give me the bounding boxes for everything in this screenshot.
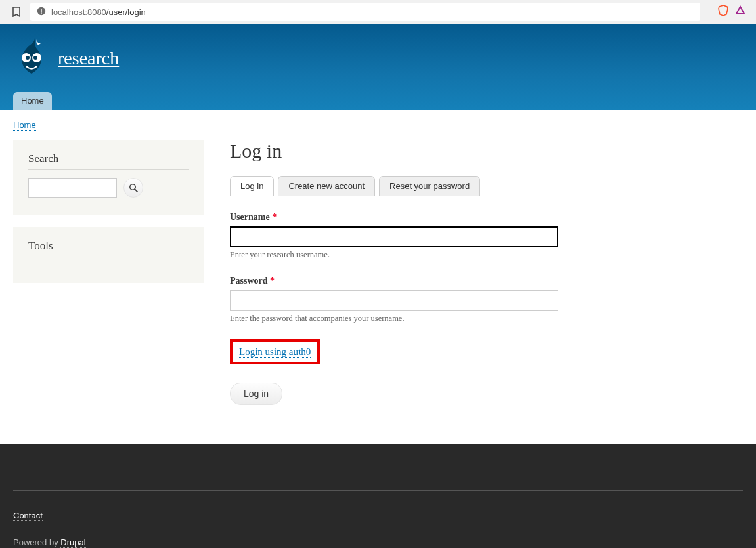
tab-login[interactable]: Log in	[230, 176, 274, 196]
address-bar[interactable]: localhost:8080/user/login	[30, 3, 700, 21]
password-label: Password *	[230, 276, 275, 285]
login-auth0-link[interactable]: Login using auth0	[239, 347, 311, 358]
site-name[interactable]: research	[58, 48, 119, 69]
nav-home[interactable]: Home	[13, 92, 52, 110]
auth0-highlight-box: Login using auth0	[230, 339, 320, 364]
main-content: Log in Log in Create new account Reset y…	[230, 140, 743, 405]
url-path: /user/login	[106, 7, 146, 17]
brave-rewards-icon[interactable]	[735, 5, 745, 18]
search-button[interactable]	[123, 178, 143, 198]
tools-title: Tools	[28, 240, 189, 257]
powered-by: Powered by Drupal	[13, 537, 743, 547]
login-submit-button[interactable]: Log in	[230, 383, 282, 405]
url-host: localhost:8080	[51, 7, 106, 17]
password-description: Enter the password that accompanies your…	[230, 314, 743, 324]
drupal-logo-icon	[13, 37, 50, 80]
search-input[interactable]	[28, 178, 117, 198]
svg-rect-1	[41, 9, 42, 12]
password-field-wrapper: Password * Enter the password that accom…	[230, 274, 743, 324]
drupal-link[interactable]: Drupal	[60, 537, 85, 548]
divider	[711, 6, 711, 18]
site-footer: Contact Powered by Drupal	[0, 444, 756, 548]
tab-create-account[interactable]: Create new account	[278, 176, 375, 196]
login-tabs: Log in Create new account Reset your pas…	[230, 175, 743, 196]
username-input[interactable]	[230, 226, 558, 247]
search-title: Search	[28, 152, 189, 170]
tools-block: Tools	[13, 227, 204, 283]
search-block: Search	[13, 140, 204, 215]
bookmark-icon[interactable]	[7, 7, 26, 17]
breadcrumb-home[interactable]: Home	[13, 120, 36, 131]
sidebar: Search Tools	[13, 140, 204, 405]
browser-extensions	[704, 5, 749, 19]
svg-point-5	[26, 56, 30, 60]
primary-nav: Home	[13, 92, 743, 110]
browser-chrome: localhost:8080/user/login	[0, 0, 756, 24]
username-label: Username *	[230, 212, 277, 222]
tab-reset-password[interactable]: Reset your password	[379, 176, 480, 196]
svg-point-6	[33, 56, 37, 60]
footer-divider	[13, 490, 743, 491]
site-header: research Home	[0, 24, 756, 110]
site-branding: research	[13, 37, 743, 80]
svg-line-8	[135, 189, 137, 192]
search-icon	[129, 183, 139, 193]
password-input[interactable]	[230, 290, 558, 311]
footer-contact-link[interactable]: Contact	[13, 511, 43, 521]
breadcrumb: Home	[0, 110, 756, 140]
required-mark: *	[272, 212, 277, 222]
svg-rect-2	[41, 12, 42, 14]
page-title: Log in	[230, 140, 743, 162]
brave-shield-icon[interactable]	[718, 5, 728, 19]
insecure-icon	[37, 7, 46, 18]
username-field-wrapper: Username * Enter your research username.	[230, 211, 743, 260]
username-description: Enter your research username.	[230, 250, 743, 260]
required-mark: *	[270, 276, 275, 285]
